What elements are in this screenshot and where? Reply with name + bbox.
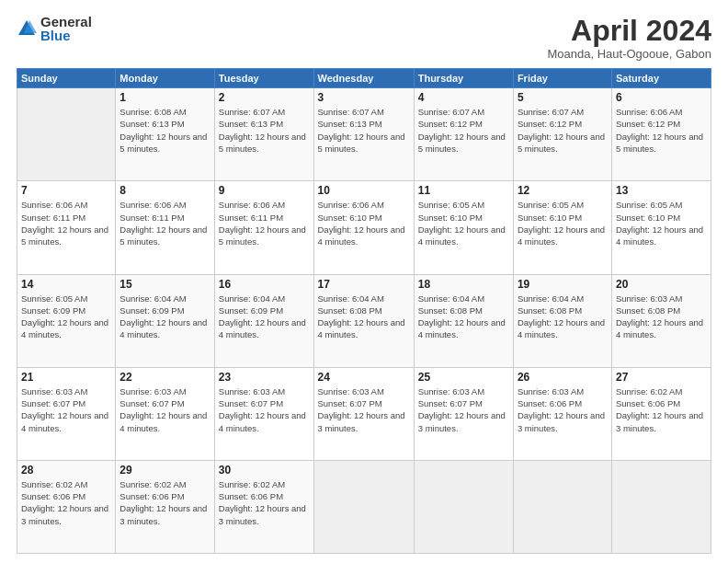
table-row: 27Sunrise: 6:02 AM Sunset: 6:06 PM Dayli… — [611, 367, 711, 460]
location-subtitle: Moanda, Haut-Ogooue, Gabon — [547, 47, 711, 61]
table-row: 14Sunrise: 6:05 AM Sunset: 6:09 PM Dayli… — [17, 274, 116, 367]
calendar-week-1: 7Sunrise: 6:06 AM Sunset: 6:11 PM Daylig… — [17, 181, 711, 274]
col-wednesday: Wednesday — [313, 69, 414, 88]
day-info: Sunrise: 6:02 AM Sunset: 6:06 PM Dayligh… — [219, 478, 310, 527]
day-info: Sunrise: 6:07 AM Sunset: 6:12 PM Dayligh… — [518, 106, 608, 155]
day-number: 2 — [219, 91, 310, 104]
col-friday: Friday — [513, 69, 611, 88]
table-row: 11Sunrise: 6:05 AM Sunset: 6:10 PM Dayli… — [414, 181, 513, 274]
day-number: 8 — [119, 184, 210, 197]
table-row — [513, 460, 611, 553]
day-number: 12 — [518, 184, 608, 197]
day-info: Sunrise: 6:03 AM Sunset: 6:07 PM Dayligh… — [119, 385, 210, 434]
col-tuesday: Tuesday — [214, 69, 313, 88]
day-number: 10 — [318, 184, 410, 197]
day-number: 16 — [219, 278, 310, 291]
table-row — [611, 460, 711, 553]
logo-icon — [17, 18, 37, 39]
day-info: Sunrise: 6:04 AM Sunset: 6:08 PM Dayligh… — [318, 293, 410, 341]
day-number: 1 — [119, 91, 210, 104]
table-row: 23Sunrise: 6:03 AM Sunset: 6:07 PM Dayli… — [214, 367, 313, 460]
table-row: 18Sunrise: 6:04 AM Sunset: 6:08 PM Dayli… — [414, 274, 513, 367]
table-row: 6Sunrise: 6:06 AM Sunset: 6:12 PM Daylig… — [611, 88, 711, 181]
table-row: 3Sunrise: 6:07 AM Sunset: 6:13 PM Daylig… — [313, 88, 414, 181]
table-row: 4Sunrise: 6:07 AM Sunset: 6:12 PM Daylig… — [414, 88, 513, 181]
day-number: 13 — [616, 184, 707, 197]
calendar-week-3: 21Sunrise: 6:03 AM Sunset: 6:07 PM Dayli… — [17, 367, 711, 460]
table-row: 17Sunrise: 6:04 AM Sunset: 6:08 PM Dayli… — [313, 274, 414, 367]
day-number: 9 — [219, 184, 310, 197]
table-row: 10Sunrise: 6:06 AM Sunset: 6:10 PM Dayli… — [313, 181, 414, 274]
day-number: 11 — [418, 184, 509, 197]
calendar-body: 1Sunrise: 6:08 AM Sunset: 6:13 PM Daylig… — [17, 88, 711, 554]
day-number: 15 — [119, 278, 210, 291]
day-number: 29 — [119, 464, 210, 477]
day-info: Sunrise: 6:02 AM Sunset: 6:06 PM Dayligh… — [21, 478, 111, 527]
table-row: 30Sunrise: 6:02 AM Sunset: 6:06 PM Dayli… — [214, 460, 313, 553]
table-row: 26Sunrise: 6:03 AM Sunset: 6:06 PM Dayli… — [513, 367, 611, 460]
day-info: Sunrise: 6:04 AM Sunset: 6:09 PM Dayligh… — [119, 293, 210, 341]
day-info: Sunrise: 6:06 AM Sunset: 6:12 PM Dayligh… — [616, 106, 707, 155]
header: General Blue April 2024 Moanda, Haut-Ogo… — [17, 15, 711, 61]
title-block: April 2024 Moanda, Haut-Ogooue, Gabon — [547, 15, 711, 61]
day-number: 30 — [219, 464, 310, 477]
day-number: 5 — [518, 91, 608, 104]
table-row: 28Sunrise: 6:02 AM Sunset: 6:06 PM Dayli… — [17, 460, 116, 553]
day-number: 6 — [616, 91, 707, 104]
table-row: 9Sunrise: 6:06 AM Sunset: 6:11 PM Daylig… — [214, 181, 313, 274]
table-row: 25Sunrise: 6:03 AM Sunset: 6:07 PM Dayli… — [414, 367, 513, 460]
day-number: 24 — [318, 371, 410, 384]
table-row: 1Sunrise: 6:08 AM Sunset: 6:13 PM Daylig… — [116, 88, 214, 181]
day-info: Sunrise: 6:03 AM Sunset: 6:07 PM Dayligh… — [21, 385, 111, 434]
day-info: Sunrise: 6:05 AM Sunset: 6:10 PM Dayligh… — [518, 199, 608, 247]
day-number: 25 — [418, 371, 509, 384]
day-info: Sunrise: 6:04 AM Sunset: 6:09 PM Dayligh… — [219, 293, 310, 341]
col-thursday: Thursday — [414, 69, 513, 88]
day-info: Sunrise: 6:03 AM Sunset: 6:06 PM Dayligh… — [518, 385, 608, 434]
day-info: Sunrise: 6:06 AM Sunset: 6:11 PM Dayligh… — [21, 199, 111, 247]
calendar-table: Sunday Monday Tuesday Wednesday Thursday… — [17, 68, 711, 554]
logo-text: General Blue — [40, 15, 92, 42]
day-info: Sunrise: 6:04 AM Sunset: 6:08 PM Dayligh… — [418, 293, 509, 341]
day-number: 23 — [219, 371, 310, 384]
logo-blue-text: Blue — [40, 29, 92, 42]
day-info: Sunrise: 6:03 AM Sunset: 6:07 PM Dayligh… — [318, 385, 410, 434]
day-number: 18 — [418, 278, 509, 291]
logo-general-text: General — [40, 15, 92, 29]
table-row: 29Sunrise: 6:02 AM Sunset: 6:06 PM Dayli… — [116, 460, 214, 553]
day-info: Sunrise: 6:03 AM Sunset: 6:08 PM Dayligh… — [616, 293, 707, 341]
day-info: Sunrise: 6:02 AM Sunset: 6:06 PM Dayligh… — [616, 385, 707, 434]
table-row: 19Sunrise: 6:04 AM Sunset: 6:08 PM Dayli… — [513, 274, 611, 367]
day-info: Sunrise: 6:07 AM Sunset: 6:12 PM Dayligh… — [418, 106, 509, 155]
table-row: 15Sunrise: 6:04 AM Sunset: 6:09 PM Dayli… — [116, 274, 214, 367]
calendar-week-2: 14Sunrise: 6:05 AM Sunset: 6:09 PM Dayli… — [17, 274, 711, 367]
calendar-week-4: 28Sunrise: 6:02 AM Sunset: 6:06 PM Dayli… — [17, 460, 711, 553]
month-title: April 2024 — [547, 15, 711, 47]
day-info: Sunrise: 6:06 AM Sunset: 6:10 PM Dayligh… — [318, 199, 410, 247]
col-monday: Monday — [116, 69, 214, 88]
day-number: 3 — [318, 91, 410, 104]
page: General Blue April 2024 Moanda, Haut-Ogo… — [0, 0, 728, 563]
table-row — [414, 460, 513, 553]
table-row: 2Sunrise: 6:07 AM Sunset: 6:13 PM Daylig… — [214, 88, 313, 181]
table-row: 21Sunrise: 6:03 AM Sunset: 6:07 PM Dayli… — [17, 367, 116, 460]
day-info: Sunrise: 6:05 AM Sunset: 6:10 PM Dayligh… — [616, 199, 707, 247]
table-row — [313, 460, 414, 553]
day-number: 20 — [616, 278, 707, 291]
calendar-header: Sunday Monday Tuesday Wednesday Thursday… — [17, 69, 711, 88]
table-row: 7Sunrise: 6:06 AM Sunset: 6:11 PM Daylig… — [17, 181, 116, 274]
table-row: 12Sunrise: 6:05 AM Sunset: 6:10 PM Dayli… — [513, 181, 611, 274]
day-info: Sunrise: 6:02 AM Sunset: 6:06 PM Dayligh… — [119, 478, 210, 527]
day-info: Sunrise: 6:07 AM Sunset: 6:13 PM Dayligh… — [318, 106, 410, 155]
day-info: Sunrise: 6:03 AM Sunset: 6:07 PM Dayligh… — [219, 385, 310, 434]
day-number: 4 — [418, 91, 509, 104]
day-number: 26 — [518, 371, 608, 384]
days-of-week-row: Sunday Monday Tuesday Wednesday Thursday… — [17, 69, 711, 88]
day-number: 14 — [21, 278, 111, 291]
day-number: 21 — [21, 371, 111, 384]
day-info: Sunrise: 6:05 AM Sunset: 6:09 PM Dayligh… — [21, 293, 111, 341]
day-info: Sunrise: 6:03 AM Sunset: 6:07 PM Dayligh… — [418, 385, 509, 434]
day-info: Sunrise: 6:05 AM Sunset: 6:10 PM Dayligh… — [418, 199, 509, 247]
table-row: 13Sunrise: 6:05 AM Sunset: 6:10 PM Dayli… — [611, 181, 711, 274]
table-row: 22Sunrise: 6:03 AM Sunset: 6:07 PM Dayli… — [116, 367, 214, 460]
